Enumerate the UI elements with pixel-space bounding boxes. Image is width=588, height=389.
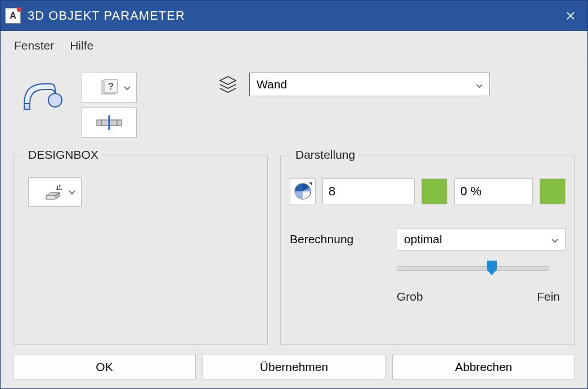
berechnung-select[interactable]: optimal (397, 228, 565, 251)
menu-fenster[interactable]: Fenster (14, 39, 54, 52)
object-type-icon (13, 73, 69, 118)
slider-thumb[interactable] (487, 261, 497, 275)
darstellung-color-row (290, 178, 565, 204)
section-tool-button[interactable] (82, 108, 137, 138)
color-swatch-2[interactable] (540, 178, 565, 204)
slider-label-fine: Fein (537, 290, 560, 303)
slider-label-coarse: Grob (397, 290, 423, 303)
close-icon (566, 11, 575, 20)
slider-thumb-icon (487, 261, 497, 275)
cancel-button[interactable]: Abbrechen (392, 355, 575, 379)
quality-slider[interactable] (397, 266, 549, 271)
color-wheel-button[interactable] (290, 178, 316, 204)
color-wheel-icon (293, 181, 313, 202)
content-area: ? (1, 60, 587, 388)
tool-column: ? (82, 73, 137, 138)
designbox-mode-icon (43, 182, 68, 202)
layer-select-value: Wand (257, 78, 287, 91)
berechnung-row: Berechnung optimal (290, 228, 565, 251)
menu-hilfe[interactable]: Hilfe (70, 39, 93, 52)
chevron-down-icon (551, 232, 558, 246)
berechnung-label: Berechnung (290, 232, 385, 246)
chevron-down-icon (476, 78, 483, 91)
layer-area: Wand (217, 73, 490, 96)
app-icon: A (5, 8, 21, 24)
chevron-down-icon (69, 187, 75, 196)
darstellung-group: Darstellung (280, 148, 575, 345)
designbox-mode-button[interactable] (28, 177, 82, 207)
arc-shape-icon (16, 75, 66, 115)
svg-point-9 (59, 185, 60, 187)
svg-marker-12 (309, 182, 312, 186)
layers-icon (217, 73, 239, 96)
berechnung-value: optimal (404, 232, 442, 246)
svg-marker-13 (487, 261, 497, 275)
menubar: Fenster Hilfe (1, 31, 587, 60)
top-row: ? (13, 73, 575, 138)
designbox-legend: DESIGNBOX (25, 148, 102, 162)
ok-button[interactable]: OK (13, 355, 196, 379)
darstellung-legend: Darstellung (292, 148, 358, 162)
layer-select[interactable]: Wand (249, 73, 490, 96)
slider-labels: Grob Fein (397, 290, 560, 303)
percent-field[interactable] (454, 178, 533, 204)
color-swatch-1[interactable] (421, 178, 447, 204)
section-icon (93, 114, 125, 131)
percent-input[interactable] (455, 179, 532, 204)
color-index-input[interactable] (323, 179, 414, 204)
slider-track (397, 266, 549, 271)
close-button[interactable] (559, 5, 582, 27)
apply-button[interactable]: Übernehmen (203, 355, 385, 379)
question-texture-icon: ? (100, 78, 119, 97)
svg-text:?: ? (108, 81, 114, 92)
groups-row: DESIGNBOX Darstellung (13, 148, 575, 345)
window-title: 3D OBJEKT PARAMETER (28, 8, 559, 23)
texture-select-button[interactable]: ? (82, 73, 137, 103)
color-index-field[interactable] (322, 178, 415, 204)
footer-buttons: OK Übernehmen Abbrechen (13, 355, 575, 379)
titlebar: A 3D OBJEKT PARAMETER (1, 1, 587, 31)
designbox-group: DESIGNBOX (13, 148, 268, 345)
dialog-window: A 3D OBJEKT PARAMETER Fenster Hilfe (0, 0, 588, 389)
svg-point-0 (48, 93, 62, 107)
chevron-down-icon (124, 83, 131, 92)
